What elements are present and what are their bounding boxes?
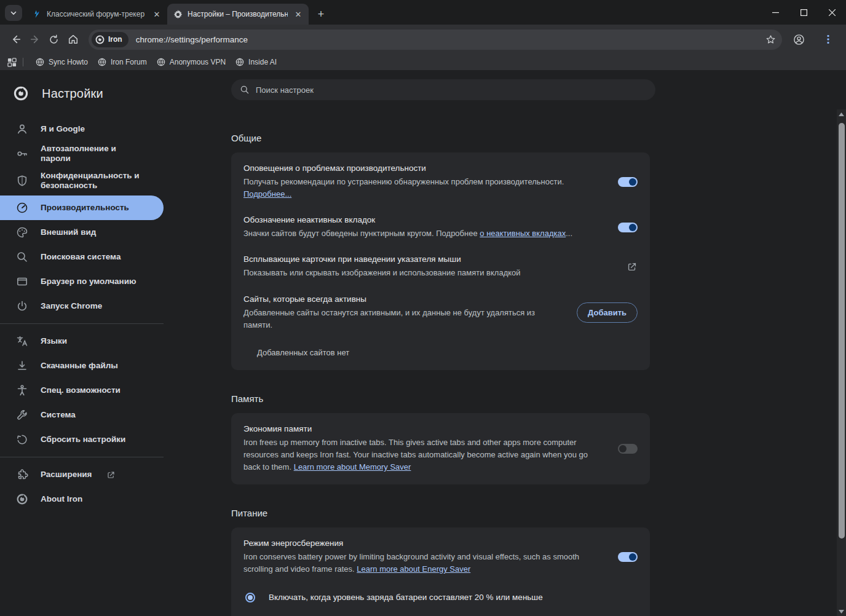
back-button[interactable]: [7, 29, 24, 50]
tab-settings-performance[interactable]: Настройки – Производительность ✕: [167, 4, 309, 25]
memory-card: Экономия памяти Iron frees up memory fro…: [231, 413, 650, 484]
sidebar-item-you-and-google[interactable]: Я и Google: [0, 117, 164, 141]
bookmark-label: Inside AI: [248, 58, 277, 66]
bookmark-inside-ai[interactable]: Inside AI: [231, 55, 282, 69]
bookmark-iron-forum[interactable]: Iron Forum: [93, 55, 152, 69]
toggle-energy-saver[interactable]: [618, 552, 638, 562]
toggle-memory-saver[interactable]: [618, 444, 638, 454]
iron-logo-icon: [14, 86, 28, 101]
tab-search-button[interactable]: [5, 5, 22, 21]
section-title-power: Питание: [231, 508, 650, 518]
address-bar[interactable]: Iron chrome://settings/performance: [89, 30, 782, 50]
bookmark-anonymous-vpn[interactable]: Anonymous VPN: [152, 55, 231, 69]
sidebar-item-autofill[interactable]: Автозаполнение и пароли: [0, 141, 164, 166]
row-title: Режим энергосбережения: [243, 539, 607, 548]
reload-button[interactable]: [45, 29, 62, 50]
divider: [0, 457, 164, 457]
search-input[interactable]: [256, 85, 625, 95]
radio-battery-20[interactable]: Включать, когда уровень заряда батареи с…: [231, 583, 650, 612]
row-title: Оповещения о проблемах производительност…: [243, 164, 607, 173]
add-site-button[interactable]: Добавить: [577, 302, 638, 323]
radio-selected-icon[interactable]: [245, 593, 255, 602]
sidebar-item-search-engine[interactable]: Поисковая система: [0, 245, 164, 269]
row-title: Обозначение неактивных вкладок: [243, 215, 607, 224]
sidebar-item-label: About Iron: [41, 494, 82, 504]
settings-search[interactable]: [231, 79, 655, 100]
titlebar: Классический форум-трекер :: ✕ Настройки…: [0, 0, 846, 25]
sidebar-item-label: Сбросить настройки: [41, 435, 125, 444]
sidebar-item-appearance[interactable]: Внешний вид: [0, 220, 164, 245]
tab-forum-tracker[interactable]: Классический форум-трекер :: ✕: [26, 4, 167, 25]
sidebar-item-accessibility[interactable]: Спец. возможности: [0, 378, 164, 403]
browser-toolbar: Iron chrome://settings/performance: [0, 25, 846, 54]
row-title: Всплывающие карточки при наведении указа…: [243, 255, 615, 264]
bookmarks-bar: Sync Howto Iron Forum Anonymous VPN Insi…: [0, 54, 846, 70]
site-info-chip[interactable]: Iron: [92, 32, 128, 47]
gear-icon: [173, 10, 183, 19]
row-performance-alerts: Оповещения о проблемах производительност…: [231, 156, 650, 208]
minimize-button[interactable]: [761, 0, 789, 25]
energy-saver-link[interactable]: Learn more about Energy Saver: [357, 564, 470, 574]
home-button[interactable]: [65, 29, 81, 50]
scroll-down-icon[interactable]: [837, 607, 846, 616]
row-hover-cards[interactable]: Всплывающие карточки при наведении указа…: [231, 247, 650, 286]
sidebar-item-languages[interactable]: Языки: [0, 329, 164, 353]
scroll-up-icon[interactable]: [837, 109, 846, 119]
no-sites-note: Добавленных сайтов нет: [231, 339, 650, 366]
toggle-performance-alerts[interactable]: [618, 177, 638, 187]
bookmark-star-icon[interactable]: [765, 34, 776, 45]
search-icon: [240, 85, 250, 95]
maximize-button[interactable]: [789, 0, 818, 25]
sidebar-item-extensions[interactable]: Расширения: [0, 462, 164, 487]
tab-close-icon[interactable]: ✕: [293, 9, 304, 20]
sidebar-item-label: Конфиденциальность и безопасность: [41, 171, 148, 191]
url-text[interactable]: chrome://settings/performance: [136, 35, 765, 44]
menu-kebab-icon[interactable]: [818, 29, 839, 50]
general-card: Оповещения о проблемах производительност…: [231, 152, 650, 370]
profile-button[interactable]: [788, 29, 809, 50]
row-desc: Значки сайтов будут обведены пунктирным …: [243, 227, 607, 240]
toolbar-right: [787, 29, 840, 50]
bookmark-sync-howto[interactable]: Sync Howto: [31, 55, 93, 69]
chevron-down-icon: [10, 9, 17, 17]
toggle-inactive-tabs[interactable]: [618, 223, 638, 232]
sidebar-item-label: Языки: [41, 336, 67, 346]
sidebar-item-performance[interactable]: Производительность: [0, 195, 164, 220]
inactive-tabs-link[interactable]: о неактивных вкладках: [480, 229, 566, 238]
sidebar-item-about-iron[interactable]: About Iron: [0, 487, 164, 511]
sidebar-item-label: Запуск Chrome: [41, 301, 102, 311]
divider: [0, 323, 164, 324]
sidebar-item-label: Я и Google: [41, 124, 85, 134]
scrollbar[interactable]: [837, 109, 846, 616]
row-desc: Добавленные сайты останутся активными, и…: [243, 307, 566, 331]
close-window-button[interactable]: [818, 0, 846, 25]
desc-text: Получать рекомендации по устранению обна…: [243, 177, 564, 186]
row-always-active-sites: Сайты, которые всегда активны Добавленны…: [231, 287, 650, 339]
radio-unplugged[interactable]: Включать, когда компьютер работает не от…: [231, 612, 650, 616]
settings-search-header: [164, 70, 846, 109]
apps-grid-icon[interactable]: [7, 58, 17, 67]
sidebar-item-reset[interactable]: Сбросить настройки: [0, 427, 164, 452]
learn-more-link[interactable]: Подробнее...: [243, 189, 291, 199]
sidebar-item-startup[interactable]: Запуск Chrome: [0, 294, 164, 318]
sidebar-item-system[interactable]: Система: [0, 403, 164, 427]
row-title: Экономия памяти: [243, 424, 607, 433]
row-inactive-tabs-marking: Обозначение неактивных вкладок Значки са…: [231, 208, 650, 247]
tab-title: Настройки – Производительность: [188, 10, 288, 18]
new-tab-button[interactable]: +: [312, 6, 330, 23]
scrollbar-thumb[interactable]: [839, 123, 845, 539]
settings-header: Настройки: [0, 76, 164, 117]
external-link-icon: [106, 470, 116, 480]
sidebar-item-default-browser[interactable]: Браузер по умолчанию: [0, 269, 164, 294]
settings-sidebar: Настройки Я и Google Автозаполнение и па…: [0, 70, 164, 616]
memory-saver-link[interactable]: Learn more about Memory Saver: [294, 462, 411, 472]
external-link-icon[interactable]: [627, 261, 638, 272]
sidebar-item-downloads[interactable]: Скачанные файлы: [0, 353, 164, 378]
iron-logo-icon: [95, 35, 105, 44]
tab-close-icon[interactable]: ✕: [151, 9, 162, 20]
sidebar-item-label: Внешний вид: [41, 227, 96, 237]
sidebar-item-privacy[interactable]: Конфиденциальность и безопасность: [0, 166, 164, 195]
forward-button[interactable]: [26, 29, 43, 50]
globe-icon: [235, 58, 244, 66]
desc-text: ...: [566, 229, 572, 238]
